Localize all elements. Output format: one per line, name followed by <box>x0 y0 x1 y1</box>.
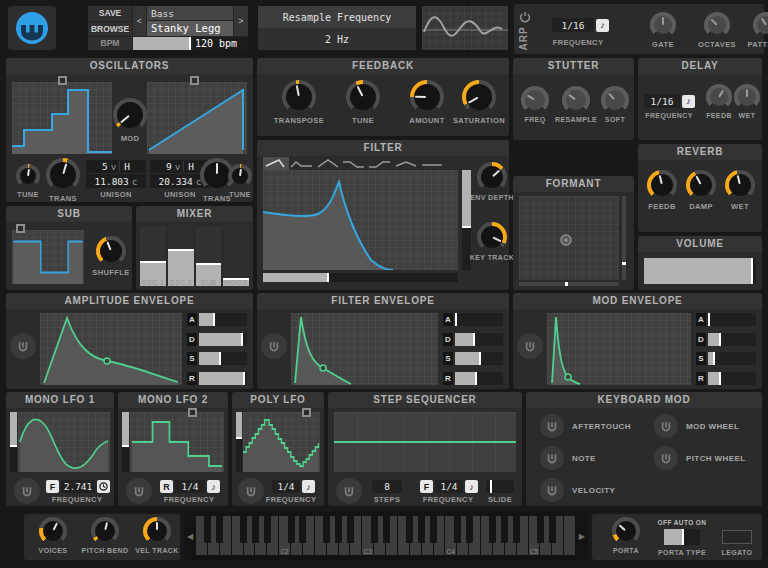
piano-key-black[interactable] <box>323 516 330 543</box>
feedback-transpose-knob[interactable] <box>282 80 316 114</box>
amp-env-display[interactable] <box>40 313 182 385</box>
piano-key-black[interactable] <box>513 516 520 543</box>
arp-octaves-knob[interactable] <box>704 12 730 38</box>
poly-lfo-amplitude-slider[interactable] <box>236 412 242 472</box>
stutter-resample-knob[interactable] <box>562 86 590 114</box>
piano-key-black[interactable] <box>383 516 390 543</box>
step-sequencer-display[interactable] <box>334 412 516 472</box>
arp-gate-knob[interactable] <box>650 12 676 38</box>
pitch-wheel-mod-source-button[interactable] <box>654 446 678 470</box>
amp-env-decay-slider[interactable] <box>199 333 247 346</box>
filter-env-attack-slider[interactable] <box>455 313 503 326</box>
browse-button[interactable]: BROWSE <box>88 22 132 36</box>
osc1-transpose-knob[interactable] <box>46 158 80 192</box>
filter-type-highshelf-tab[interactable] <box>341 157 367 170</box>
lfo2-amplitude-slider[interactable] <box>122 412 129 472</box>
feedback-amount-knob[interactable] <box>410 80 444 114</box>
lfo1-mod-source-button[interactable] <box>14 478 40 504</box>
mod-wheel-mod-source-button[interactable] <box>654 414 678 438</box>
sub-shuffle-knob[interactable] <box>96 236 126 266</box>
lfo2-mod-source-button[interactable] <box>126 478 152 504</box>
osc2-wave-display[interactable] <box>147 82 247 154</box>
piano-key-black[interactable] <box>371 516 378 543</box>
filter-type-lowshelf-tab[interactable] <box>289 157 315 170</box>
save-button[interactable]: SAVE <box>88 6 132 21</box>
piano-key-black[interactable] <box>418 516 425 543</box>
porta-type-switch[interactable] <box>664 529 700 545</box>
piano-key[interactable] <box>564 516 576 555</box>
delay-tempo-sync-button[interactable]: ♪ <box>682 95 695 108</box>
mixer-noise-slider[interactable] <box>223 226 249 286</box>
voices-knob[interactable] <box>39 517 67 545</box>
osc2-harmonize-toggle[interactable]: H <box>183 161 194 172</box>
piano-key-black[interactable] <box>347 516 354 543</box>
lfo1-clock-sync-button[interactable] <box>97 480 110 493</box>
lfo1-frequency-value[interactable]: 2.741 <box>61 480 95 493</box>
piano-key-black[interactable] <box>252 516 259 543</box>
mod-env-display[interactable] <box>547 313 691 385</box>
legato-toggle[interactable] <box>722 530 752 544</box>
reverb-feedback-knob[interactable] <box>647 170 677 200</box>
logo-box[interactable] <box>8 6 56 50</box>
step-seq-tempo-sync-button[interactable]: ♪ <box>465 480 478 493</box>
poly-lfo-wave-selector[interactable] <box>302 408 311 417</box>
keyboard-scroll-left-icon[interactable]: ◀ <box>187 532 193 541</box>
filter-key-track-knob[interactable] <box>477 222 507 252</box>
amp-env-sustain-slider[interactable] <box>199 352 247 365</box>
keyboard-keys[interactable]: C2C3C4C5 <box>196 512 576 560</box>
piano-key-black[interactable] <box>264 516 271 543</box>
formant-xy-pad[interactable] <box>519 196 619 280</box>
piano-key-black[interactable] <box>501 516 508 543</box>
step-seq-mode-button[interactable]: F <box>420 480 433 493</box>
aftertouch-mod-source-button[interactable] <box>540 414 564 438</box>
filter-type-allpass-tab[interactable] <box>419 157 445 170</box>
mod-env-mod-source-button[interactable] <box>517 333 543 359</box>
mod-env-attack-slider[interactable] <box>708 313 756 326</box>
lfo2-tempo-sync-button[interactable]: ♪ <box>207 480 220 493</box>
stutter-soft-knob[interactable] <box>601 86 629 114</box>
prev-patch-button[interactable]: < <box>133 6 146 36</box>
piano-key-black[interactable] <box>537 516 544 543</box>
osc1-tune-knob[interactable] <box>16 164 40 188</box>
piano-key-black[interactable] <box>240 516 247 543</box>
piano-key-black[interactable] <box>406 516 413 543</box>
filter-env-depth-knob[interactable] <box>477 162 507 192</box>
note-mod-source-button[interactable] <box>540 446 564 470</box>
lfo2-wave-display[interactable] <box>130 412 224 472</box>
velocity-mod-source-button[interactable] <box>540 478 564 502</box>
mixer-osc2-slider[interactable] <box>168 226 194 286</box>
filter-env-mod-source-button[interactable] <box>261 333 287 359</box>
volume-slider[interactable] <box>644 258 756 284</box>
filter-env-sustain-slider[interactable] <box>455 352 503 365</box>
pitch-bend-knob[interactable] <box>91 517 119 545</box>
arp-tempo-sync-button[interactable]: ♪ <box>596 19 609 32</box>
amp-env-release-slider[interactable] <box>199 372 247 385</box>
delay-wet-knob[interactable] <box>734 84 760 110</box>
poly-lfo-mod-source-button[interactable] <box>238 478 264 504</box>
osc1-wave-selector[interactable] <box>58 76 67 85</box>
filter-env-display[interactable] <box>291 313 438 385</box>
osc1-unison-box[interactable]: 5vH 11.803c <box>86 160 146 188</box>
delay-feedback-knob[interactable] <box>706 84 732 110</box>
piano-key-black[interactable] <box>216 516 223 543</box>
osc2-wave-selector[interactable] <box>190 76 199 85</box>
lfo2-wave-selector[interactable] <box>188 408 197 417</box>
piano-key-black[interactable] <box>454 516 461 543</box>
vel-track-knob[interactable] <box>143 517 171 545</box>
feedback-tune-knob[interactable] <box>346 80 380 114</box>
patch-name[interactable]: Stanky Legg <box>147 21 233 36</box>
step-seq-steps-value[interactable]: 8 <box>372 480 402 493</box>
lfo1-wave-display[interactable] <box>18 412 110 472</box>
piano-key-black[interactable] <box>489 516 496 543</box>
filter-type-highpass-tab[interactable] <box>367 157 393 170</box>
mod-env-sustain-slider[interactable] <box>708 352 756 365</box>
mod-env-release-slider[interactable] <box>708 372 756 385</box>
poly-lfo-frequency-value[interactable]: 1/4 <box>272 480 300 493</box>
bpm-slider[interactable] <box>133 37 191 50</box>
lfo1-amplitude-slider[interactable] <box>10 412 17 472</box>
filter-type-bandpass-tab[interactable] <box>315 157 341 170</box>
piano-key-black[interactable] <box>299 516 306 543</box>
reverb-wet-knob[interactable] <box>725 170 755 200</box>
poly-lfo-tempo-sync-button[interactable]: ♪ <box>302 480 315 493</box>
osc-cross-mod-knob[interactable] <box>113 98 147 132</box>
